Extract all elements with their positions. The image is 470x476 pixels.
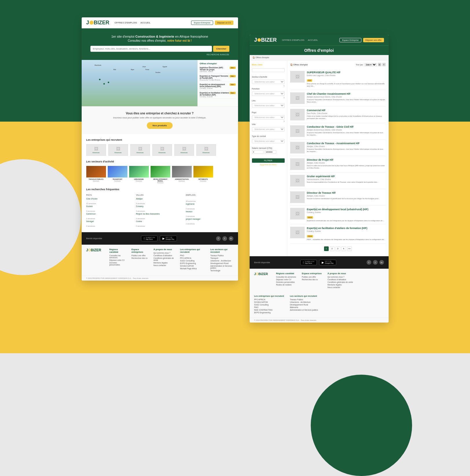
company-logo-2[interactable]: 🖼 Annonces — [108, 144, 128, 156]
footer-link-publiez[interactable]: Publiez une offre — [131, 255, 148, 257]
emploi-ingenierie[interactable]: ingénierie — [186, 203, 233, 205]
ville-bas-sassandra[interactable]: Région du Bas-Sassandra — [136, 213, 184, 215]
ville-centre[interactable]: Centre — [136, 220, 184, 222]
job-card-9[interactable]: 🖼 Expert(e) en développement local (urba… — [290, 206, 386, 224]
offre-btn-2[interactable]: Voir+ — [230, 75, 236, 77]
right-footer-bat[interactable]: Bâtiments — [290, 306, 318, 308]
footer-link-contact[interactable]: Nous contacter — [153, 264, 174, 266]
right-deposer-btn[interactable]: Déposer une offre — [363, 38, 384, 42]
right-footer-mentions[interactable]: Mentions légales — [328, 284, 353, 286]
pays-senegal[interactable]: Sénégal — [86, 220, 134, 222]
company-logo-3[interactable]: 🖼 Annonces — [130, 144, 150, 156]
page-3[interactable]: 3 — [336, 246, 340, 251]
job-card-3[interactable]: 🖼 Commercial H/F San-Pédro, Côte d'Ivoir… — [290, 107, 386, 123]
right-footer-admin[interactable]: Administration et Services publics — [290, 309, 318, 311]
facebook-icon[interactable]: f — [216, 236, 221, 241]
filter-pays-select[interactable]: Sélectionnez une valeur — [252, 115, 285, 120]
emploi-pm[interactable]: project manager — [186, 218, 233, 220]
list-view-icon[interactable]: ≡ — [382, 63, 386, 66]
twitter-icon[interactable]: t — [222, 236, 227, 241]
search-btn[interactable]: Chercher — [213, 46, 229, 52]
right-nav-accueil[interactable]: ACCUEIL — [308, 39, 318, 41]
secteur-travaux[interactable]: TRAVAUX PUBLICS Annonces — [86, 166, 106, 184]
job-card-10[interactable]: 🖼 Expert(e) en facilitation d'ateliers d… — [290, 224, 386, 243]
footer-link-qui[interactable]: Qui sommes-nous ? — [153, 252, 174, 254]
right-footer-nge[interactable]: NGE CONTRACTING — [254, 309, 284, 311]
footer-link-conditions[interactable]: Conditions d'utilisation — [153, 255, 174, 257]
filter-fonction-select[interactable]: Sélectionnez une valeur — [252, 91, 285, 96]
footer-link-transport[interactable]: Transport — [210, 257, 233, 259]
job-card-7[interactable]: 🖼 Grutier expérimenté H/F Yamoussoukro, … — [290, 173, 386, 189]
filter-mots-cles-input[interactable] — [252, 68, 285, 72]
footer-link-mentions[interactable]: Mentions légales — [153, 262, 174, 264]
right-linkedin-icon[interactable]: in — [379, 260, 384, 265]
ville-abidjan[interactable]: Abidjan — [136, 198, 184, 200]
secteur-transport[interactable]: TRANSPORT Annonces — [108, 166, 127, 184]
footer-link-cgv[interactable]: Conditions générales de vente — [153, 257, 174, 261]
footer-link-sogea[interactable]: SOGEA SATOM — [180, 265, 204, 267]
footer-link-pfo[interactable]: PFO AFRICA — [180, 257, 204, 259]
offre-btn-4[interactable]: Voir+ — [230, 92, 236, 94]
nav-accueil[interactable]: ACCUEIL — [140, 21, 151, 24]
right-footer-suez[interactable]: SUEZ Consulting — [254, 304, 284, 306]
offre-btn-1[interactable]: Voir+ — [230, 67, 236, 69]
right-footer-cv[interactable]: Déposez votre CV — [276, 279, 296, 281]
page-1[interactable]: 1 — [324, 246, 329, 251]
footer-link-tech[interactable]: Technologie — [210, 270, 233, 272]
secteur-administration[interactable]: ADMINISTRATION Annonces — [172, 166, 192, 184]
sort-select[interactable]: Date ▾ — [365, 63, 377, 66]
job-card-1[interactable]: 🖼 SUPERVISEUR QUALITE H/F District des L… — [290, 69, 386, 90]
right-footer-sogea[interactable]: SOGEA SATOM — [254, 301, 284, 303]
right-twitter-icon[interactable]: t — [373, 260, 378, 265]
company-logo-4[interactable]: 🖼 Annonces — [152, 144, 172, 156]
company-logo-6[interactable]: 🖼 Annonces — [196, 144, 216, 156]
job-card-2[interactable]: 🖼 Chef de Chantier Assainissement H/F Ab… — [290, 90, 386, 107]
search-input[interactable] — [90, 46, 212, 52]
espace-entreprise-btn[interactable]: Espace Entreprise — [191, 21, 213, 25]
right-footer-qui[interactable]: Qui sommes-nous ? — [328, 276, 353, 278]
right-footer-routes[interactable]: Routes de cookies — [276, 284, 296, 286]
job-card-8[interactable]: 🖼 Directeur de Travaux H/F Abidjan, Côte… — [290, 189, 386, 206]
job-card-6[interactable]: 🖼 Directeur de Projet H/F Abidjan, Côte … — [290, 156, 386, 173]
right-nav-offres[interactable]: OFFRES D'EMPLOIS — [282, 39, 305, 41]
right-app-store-badge[interactable]:  Available on the App Store — [300, 260, 317, 265]
filter-lieu-select[interactable]: Sélectionnez une valeur — [252, 103, 285, 108]
right-google-play-badge[interactable]: ▶ GET IT ON Google Play — [319, 260, 336, 265]
footer-link-admin[interactable]: Administration et Services publics — [210, 265, 233, 269]
supprimer-filtres-link[interactable]: Supprimer les filtres — [252, 164, 285, 166]
filter-ville-select[interactable]: Sélectionnez une valeur — [252, 127, 285, 131]
footer-link-suez[interactable]: SUEZ Consulting — [180, 260, 204, 262]
secteur-urbanisme[interactable]: URBANISME Annonces — [129, 166, 149, 184]
linkedin-icon[interactable]: in — [229, 236, 233, 241]
right-footer-cgv[interactable]: Conditions générales de vente — [328, 281, 353, 283]
job-card-4[interactable]: 🖼 Conducteur de Travaux - Génie Civil H/… — [290, 123, 386, 140]
page-next[interactable]: >> — [347, 246, 352, 251]
page-4[interactable]: 4 — [341, 246, 346, 251]
right-footer-contact[interactable]: Nous contacter — [328, 286, 353, 288]
filter-contrat-select[interactable]: Sélectionnez une valeur — [252, 139, 285, 143]
right-footer-pfo[interactable]: PFO AFRICA — [254, 299, 284, 301]
company-logo-5[interactable]: 🖼 Annonces — [174, 144, 194, 156]
salary-min-input[interactable] — [252, 150, 264, 154]
job-card-5[interactable]: 🖼 Conducteur de Travaux - Assainissement… — [290, 140, 386, 156]
right-footer-ekpo[interactable]: EKPO Engeneering — [254, 312, 284, 314]
filtrer-btn[interactable]: FILTRER — [252, 158, 285, 163]
ville-conakry[interactable]: Conakry — [136, 205, 184, 207]
footer-link-urb[interactable]: Urbanisme - Architecture — [210, 260, 233, 262]
right-footer-annonces[interactable]: Consultez les annonces — [276, 276, 296, 278]
emploi-travaux[interactable]: travaux — [186, 210, 233, 213]
right-espace-btn[interactable]: Espace Entreprise — [339, 38, 361, 42]
deposer-cv-btn[interactable]: Déposer un CV — [215, 21, 233, 25]
footer-link-tp[interactable]: Travaux Publics — [210, 255, 233, 257]
right-footer-pmo[interactable]: PMO — [254, 306, 284, 308]
footer-link-michael[interactable]: Michaël Page Africa — [180, 268, 204, 270]
right-footer-conditions[interactable]: Conditions d'utilisation — [328, 279, 353, 281]
secteur-batiments[interactable]: BÂTIMENTS Annonces — [193, 166, 213, 184]
advanced-search-link[interactable]: RECHERCHE AVANCÉE — [90, 54, 229, 56]
pays-cameroun[interactable]: Cameroun — [86, 213, 134, 215]
right-facebook-icon[interactable]: f — [367, 260, 371, 265]
right-footer-urb[interactable]: Urbanisme - Architecture — [290, 301, 318, 303]
filter-secteur-select[interactable]: Sélectionnez une valeur — [252, 80, 285, 84]
google-play-badge[interactable]: ▶ GET IT ON Google Play — [160, 236, 177, 241]
company-logo-1[interactable]: 🖼 Annonces — [86, 144, 106, 156]
